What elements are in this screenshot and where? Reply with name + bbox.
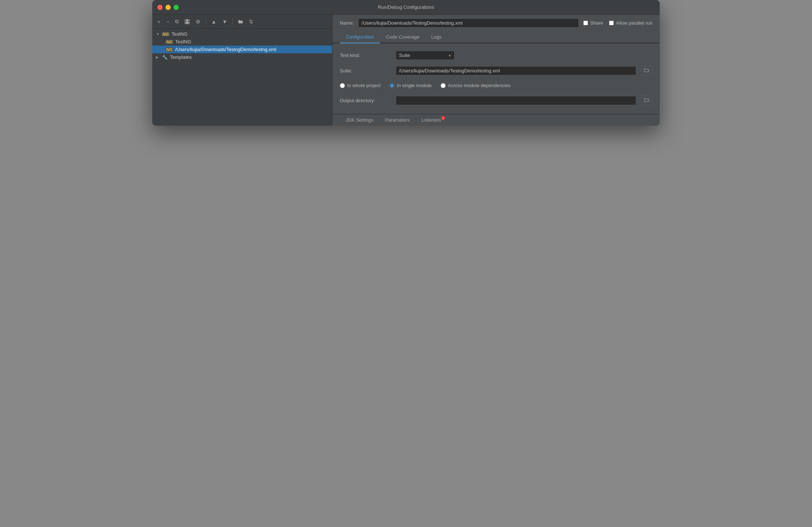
move-up-button[interactable]: ▲ (210, 18, 218, 25)
bottom-tab-listeners[interactable]: Listeners 1 (416, 114, 447, 126)
suite-label: Suite: (340, 68, 391, 74)
parallel-run-checkbox[interactable] (609, 21, 614, 25)
tree-item-label-3: /Users/liujia/Downloads/TestngDemo/testn… (175, 47, 277, 52)
sidebar-toolbar: + − ⧉ ⚙ ▲ ▼ ⇅ (152, 15, 332, 29)
add-button[interactable]: + (156, 18, 162, 25)
radio-whole-project[interactable]: In whole project (340, 83, 381, 88)
tabs-bar: Configuration Code Coverage Logs (332, 31, 660, 43)
share-checkbox[interactable] (583, 21, 588, 25)
tree-arrow: ▼ (156, 32, 160, 36)
header-checkboxes: Share Allow parallel run (583, 20, 652, 26)
tree-arrow-2: ▶ (156, 55, 160, 59)
ng-icon-3: NG (165, 47, 173, 52)
listeners-label: Listeners (421, 117, 441, 123)
radio-whole-project-input[interactable] (340, 83, 345, 88)
sidebar: + − ⧉ ⚙ ▲ ▼ ⇅ ▼ NG (152, 15, 332, 126)
main-window: Run/Debug Configurations + − ⧉ ⚙ ▲ ▼ ⇅ (152, 0, 660, 126)
radio-module-dependencies-input[interactable] (441, 83, 446, 88)
ng-icon-2: NG (165, 40, 173, 44)
toolbar-divider-2 (232, 18, 233, 25)
listeners-badge: 1 (441, 116, 445, 120)
radio-module-dependencies[interactable]: Across module dependencies (441, 83, 511, 88)
tab-configuration[interactable]: Configuration (340, 31, 380, 43)
bottom-tab-parameters[interactable]: Parameters (379, 114, 416, 126)
tree-item-label: TestNG (172, 31, 188, 37)
tab-code-coverage[interactable]: Code Coverage (380, 31, 425, 43)
copy-button[interactable]: ⧉ (174, 18, 180, 25)
radio-module-dependencies-label: Across module dependencies (448, 83, 511, 88)
wrench-icon: 🔧 (162, 55, 168, 60)
bottom-tabs: JDK Settings Parameters Listeners 1 (332, 114, 660, 126)
name-input[interactable] (358, 18, 579, 28)
ng-icon: NG (162, 32, 170, 36)
share-label: Share (590, 20, 603, 26)
tree-item-templates[interactable]: ▶ 🔧 Templates (152, 53, 332, 61)
minimize-button[interactable] (165, 5, 171, 10)
close-button[interactable] (157, 5, 163, 10)
suite-browse-button[interactable] (641, 66, 652, 75)
test-kind-select-wrapper: Suite Class Method Pattern Package Group (396, 51, 455, 60)
output-dir-input[interactable] (396, 96, 636, 105)
form-area: Test kind: Suite Class Method Pattern Pa… (332, 43, 660, 112)
svg-rect-1 (186, 19, 188, 21)
traffic-lights (157, 5, 179, 10)
tree-item-templates-label: Templates (170, 54, 192, 60)
bottom-tab-jdk[interactable]: JDK Settings (340, 114, 379, 126)
radio-single-module-input[interactable] (389, 83, 395, 88)
suite-input[interactable] (396, 66, 636, 75)
header-row: Name: Share Allow parallel run (332, 15, 660, 31)
sidebar-tree: ▼ NG TestNG NG TestNG NG /Users/liujia/D… (152, 29, 332, 126)
maximize-button[interactable] (174, 5, 179, 10)
output-dir-row: Output directory: (340, 96, 652, 105)
tree-item-label-2: TestNG (175, 39, 191, 44)
remove-button[interactable]: − (165, 18, 171, 25)
tree-item-testng-xml[interactable]: NG /Users/liujia/Downloads/TestngDemo/te… (152, 46, 332, 53)
title-bar: Run/Debug Configurations (152, 0, 660, 15)
settings-button[interactable]: ⚙ (194, 18, 202, 25)
folder-button[interactable] (236, 19, 245, 25)
parallel-run-label: Allow parallel run (616, 20, 652, 26)
move-down-button[interactable]: ▼ (221, 18, 229, 25)
test-kind-select[interactable]: Suite Class Method Pattern Package Group (396, 51, 455, 60)
parallel-run-checkbox-label[interactable]: Allow parallel run (609, 20, 652, 26)
radio-group: In whole project In single module Across… (340, 81, 652, 90)
share-checkbox-label[interactable]: Share (583, 20, 603, 26)
tree-item-testng-group[interactable]: ▼ NG TestNG (152, 30, 332, 38)
output-browse-button[interactable] (641, 96, 652, 105)
toolbar-divider (206, 18, 206, 25)
name-label: Name: (340, 20, 354, 26)
tab-logs[interactable]: Logs (425, 31, 447, 43)
gray-background (0, 125, 812, 382)
output-dir-label: Output directory: (340, 98, 391, 103)
radio-whole-project-label: In whole project (347, 83, 381, 88)
test-kind-row: Test kind: Suite Class Method Pattern Pa… (340, 51, 652, 60)
test-kind-label: Test kind: (340, 53, 391, 58)
main-content: + − ⧉ ⚙ ▲ ▼ ⇅ ▼ NG (152, 15, 660, 126)
svg-rect-2 (186, 22, 189, 24)
tree-item-testng[interactable]: NG TestNG (152, 38, 332, 46)
window-title: Run/Debug Configurations (378, 4, 434, 10)
radio-single-module-label: In single module (397, 83, 432, 88)
save-button[interactable] (183, 18, 191, 25)
suite-row: Suite: (340, 66, 652, 75)
right-panel: Name: Share Allow parallel run Configura… (332, 15, 660, 126)
sort-button[interactable]: ⇅ (247, 18, 255, 25)
radio-single-module[interactable]: In single module (389, 83, 432, 88)
